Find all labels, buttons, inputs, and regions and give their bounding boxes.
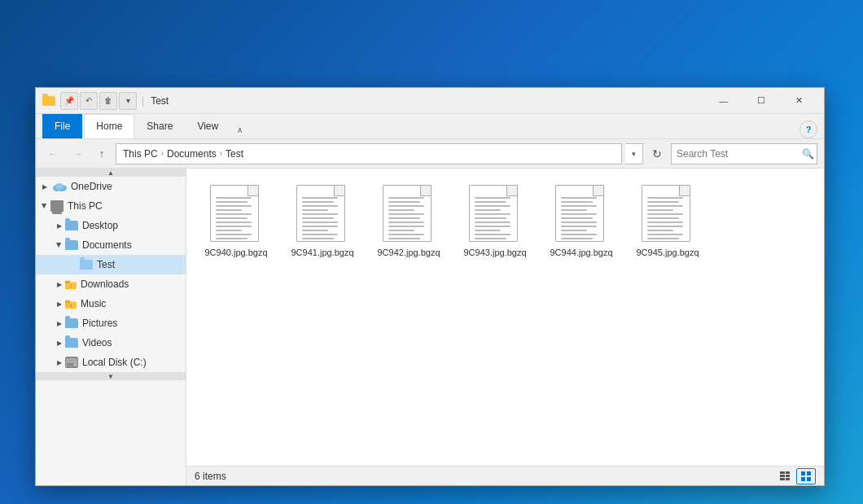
main-content: ▲ ▶ OneDrive ▶ This PC bbox=[36, 169, 824, 485]
tab-view[interactable]: View bbox=[185, 114, 230, 138]
sidebar-scroll-down[interactable]: ▼ bbox=[36, 372, 186, 380]
svg-text:♪: ♪ bbox=[69, 302, 72, 308]
sidebar-item-music[interactable]: ▶ ♪ Music bbox=[36, 294, 186, 313]
sidebar-label-onedrive: OneDrive bbox=[71, 181, 112, 192]
tab-share[interactable]: Share bbox=[134, 114, 185, 138]
path-sep-1: › bbox=[161, 149, 164, 158]
expand-arrow-local-disk[interactable]: ▶ bbox=[54, 357, 65, 368]
close-btn[interactable]: ✕ bbox=[780, 88, 817, 114]
file-name-4: 9C944.jpg.bgzq bbox=[550, 247, 612, 258]
address-path[interactable]: This PC › Documents › Test bbox=[116, 143, 622, 164]
file-item[interactable]: 9C943.jpg.bgzq bbox=[458, 182, 532, 261]
search-box[interactable]: 🔍 bbox=[671, 143, 817, 164]
svg-rect-21 bbox=[801, 477, 805, 481]
sidebar-item-desktop[interactable]: ▶ Desktop bbox=[36, 216, 186, 235]
expand-arrow-music[interactable]: ▶ bbox=[54, 298, 65, 309]
file-item[interactable]: 9C942.jpg.bgzq bbox=[372, 182, 445, 261]
props-btn[interactable]: 🗑 bbox=[99, 92, 117, 110]
status-bar: 6 items bbox=[186, 466, 824, 485]
search-input[interactable] bbox=[677, 148, 799, 160]
forward-btn[interactable]: → bbox=[67, 143, 88, 164]
undo-btn[interactable]: ↶ bbox=[80, 92, 98, 110]
svg-rect-19 bbox=[801, 471, 805, 476]
dropdown-access-btn[interactable]: ▾ bbox=[119, 92, 137, 110]
expand-arrow-documents[interactable]: ▶ bbox=[54, 239, 65, 251]
expand-arrow-videos[interactable]: ▶ bbox=[54, 337, 65, 348]
sidebar-item-test[interactable]: Test bbox=[36, 255, 186, 274]
ribbon: File Home Share View ∧ ? bbox=[36, 114, 824, 139]
sidebar-label-pictures: Pictures bbox=[82, 318, 117, 329]
window-folder-icon bbox=[42, 94, 55, 107]
file-item[interactable]: 9C945.jpg.bgzq bbox=[631, 182, 704, 261]
sidebar-label-documents: Documents bbox=[82, 239, 132, 251]
expand-arrow-pictures[interactable]: ▶ bbox=[54, 318, 65, 329]
window-title: Test bbox=[151, 95, 705, 107]
folder-icon-downloads: ↓ bbox=[65, 278, 77, 290]
path-sep-2: › bbox=[220, 149, 222, 158]
expand-arrow-this-pc[interactable]: ▶ bbox=[39, 200, 50, 212]
expand-arrow-onedrive[interactable]: ▶ bbox=[39, 181, 50, 192]
sidebar-label-music: Music bbox=[81, 298, 106, 309]
sidebar-label-local-disk: Local Disk (C:) bbox=[82, 357, 147, 368]
file-icon-5 bbox=[642, 185, 694, 243]
file-icon-0 bbox=[210, 185, 262, 243]
svg-rect-16 bbox=[786, 471, 790, 474]
up-btn[interactable]: ↑ bbox=[91, 143, 112, 164]
folder-icon-test bbox=[80, 260, 93, 270]
sidebar-item-local-disk[interactable]: ▶ Local Disk (C:) bbox=[36, 353, 186, 372]
svg-point-2 bbox=[55, 183, 64, 190]
file-item[interactable]: 9C944.jpg.bgzq bbox=[545, 182, 618, 261]
ribbon-collapse-btn[interactable]: ∧ bbox=[230, 121, 248, 138]
sidebar-label-videos: Videos bbox=[82, 337, 112, 348]
window-controls: — ☐ ✕ bbox=[705, 88, 817, 114]
help-btn[interactable]: ? bbox=[799, 121, 817, 138]
file-icon-3 bbox=[469, 185, 521, 243]
pin-quick-access-btn[interactable]: 📌 bbox=[60, 92, 78, 110]
svg-point-12 bbox=[74, 363, 77, 366]
address-dropdown-btn[interactable]: ▾ bbox=[625, 143, 643, 164]
maximize-btn[interactable]: ☐ bbox=[743, 88, 780, 114]
tab-file[interactable]: File bbox=[42, 114, 82, 138]
sidebar-item-onedrive[interactable]: ▶ OneDrive bbox=[36, 177, 186, 196]
minimize-btn[interactable]: — bbox=[705, 88, 743, 114]
refresh-btn[interactable]: ↻ bbox=[646, 143, 668, 164]
svg-rect-15 bbox=[780, 478, 785, 480]
expand-arrow-downloads[interactable]: ▶ bbox=[54, 278, 65, 290]
sidebar-item-downloads[interactable]: ▶ ↓ Downloads bbox=[36, 274, 186, 294]
expand-arrow-desktop[interactable]: ▶ bbox=[54, 220, 65, 231]
folder-icon-pictures bbox=[65, 318, 78, 328]
sidebar-label-desktop: Desktop bbox=[82, 220, 118, 231]
sidebar-label-downloads: Downloads bbox=[81, 278, 129, 290]
svg-text:↓: ↓ bbox=[69, 283, 72, 288]
back-btn[interactable]: ← bbox=[42, 143, 64, 164]
search-icon[interactable]: 🔍 bbox=[802, 148, 814, 160]
sidebar-item-documents[interactable]: ▶ Documents bbox=[36, 235, 186, 255]
folder-icon-videos bbox=[65, 338, 78, 348]
svg-rect-17 bbox=[786, 475, 790, 477]
file-icon-2 bbox=[383, 185, 435, 243]
sidebar-item-pictures[interactable]: ▶ Pictures bbox=[36, 313, 186, 333]
file-name-0: 9C940.jpg.bgzq bbox=[204, 247, 267, 258]
sidebar-item-videos[interactable]: ▶ Videos bbox=[36, 333, 186, 353]
file-item[interactable]: 9C940.jpg.bgzq bbox=[199, 182, 273, 261]
drive-icon-c bbox=[65, 357, 78, 368]
file-area: 9C940.jpg.bgzq bbox=[186, 169, 824, 485]
sidebar-scroll-up[interactable]: ▲ bbox=[36, 169, 186, 177]
svg-rect-18 bbox=[786, 478, 790, 480]
sidebar-item-this-pc[interactable]: ▶ This PC bbox=[36, 196, 186, 216]
details-view-btn[interactable] bbox=[775, 468, 795, 484]
sidebar-label-test: Test bbox=[97, 259, 115, 270]
view-buttons bbox=[775, 468, 816, 484]
pc-icon bbox=[50, 200, 64, 212]
path-this-pc[interactable]: This PC bbox=[123, 148, 158, 160]
path-documents[interactable]: Documents bbox=[167, 148, 217, 160]
sidebar: ▲ ▶ OneDrive ▶ This PC bbox=[36, 169, 186, 485]
large-icons-view-btn[interactable] bbox=[796, 468, 816, 484]
folder-icon-documents bbox=[65, 240, 78, 250]
file-item[interactable]: 9C941.jpg.bgzq bbox=[286, 182, 359, 261]
tab-home[interactable]: Home bbox=[84, 114, 134, 138]
onedrive-icon bbox=[50, 181, 67, 192]
path-test[interactable]: Test bbox=[226, 148, 243, 160]
status-item-count: 6 items bbox=[195, 471, 775, 482]
file-icon-4 bbox=[555, 185, 607, 243]
